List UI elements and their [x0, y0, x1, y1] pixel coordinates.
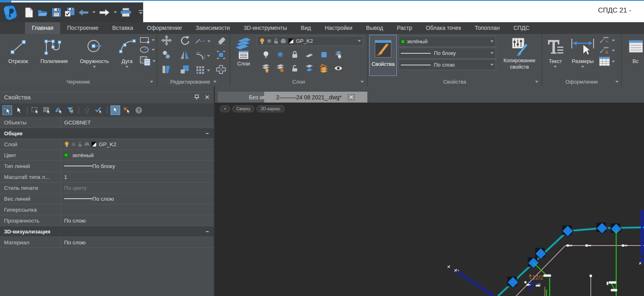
ellipse-button[interactable]: [140, 46, 156, 53]
ribbon-tab[interactable]: СПДС: [506, 22, 536, 34]
panel-layers-label[interactable]: Слои: [230, 78, 367, 85]
save-button[interactable]: [51, 6, 62, 19]
ribbon-tab[interactable]: Построение: [60, 22, 105, 34]
property-row-plotstyle[interactable]: Стиль печати По цвету: [0, 183, 214, 193]
layer-select[interactable]: GP_K2: [257, 36, 363, 46]
property-row-color[interactable]: Цвет зелёный: [0, 150, 214, 161]
move-up-button[interactable]: [82, 105, 92, 115]
select-add-button[interactable]: [2, 105, 12, 115]
layer-isolate-button[interactable]: [305, 52, 313, 59]
move-button[interactable]: [161, 35, 172, 47]
panel-annotation-label[interactable]: Оформление: [542, 78, 621, 85]
leader-text-button[interactable]: A: [599, 46, 620, 55]
select-button[interactable]: [14, 105, 24, 115]
ribbon-tab[interactable]: 3D-инструменты: [237, 22, 294, 34]
layer-current-button[interactable]: [321, 52, 327, 59]
green-lines[interactable]: [534, 229, 616, 296]
ribbon-tab[interactable]: Вставка: [105, 22, 140, 34]
viewport-control[interactable]: Сверху: [232, 105, 254, 112]
selection-filter-button[interactable]: [66, 105, 75, 115]
collapse-icon[interactable]: −: [206, 130, 209, 136]
select-window-button[interactable]: [31, 105, 40, 115]
fillet-button[interactable]: [196, 52, 210, 60]
layer-lock-button[interactable]: [292, 51, 298, 60]
arc-button[interactable]: Дуга: [115, 34, 139, 78]
offset-button[interactable]: [216, 50, 226, 61]
panel-properties-label[interactable]: Свойства: [368, 78, 542, 85]
ribbon-tab[interactable]: Вид: [294, 22, 318, 34]
section-general[interactable]: Общие −: [0, 128, 214, 139]
ribbon-tab[interactable]: Настройки: [318, 22, 359, 34]
ribbon-tab[interactable]: Топоплан: [468, 22, 506, 34]
drawing-canvas[interactable]: + Сверху 2D-каркас: [215, 103, 644, 296]
stretch-button[interactable]: [162, 65, 171, 76]
ribbon-tab[interactable]: Оформление: [140, 22, 189, 34]
hatch-button[interactable]: [140, 56, 156, 66]
layer-walk-button[interactable]: [334, 50, 343, 61]
gray-vertical-line[interactable]: [590, 275, 592, 296]
leader-plus-button[interactable]: +: [599, 36, 620, 44]
ribbon-tab[interactable]: Главная: [25, 22, 60, 34]
layer-order-button[interactable]: [305, 64, 313, 74]
lineweight-select[interactable]: По слою: [398, 59, 496, 70]
close-icon[interactable]: ✕: [347, 94, 355, 101]
app-logo-icon[interactable]: [2, 3, 19, 22]
erase-button[interactable]: [216, 36, 226, 46]
close-icon[interactable]: ✕: [204, 94, 210, 101]
layer-unlock-button[interactable]: [292, 65, 298, 73]
partial-big-button[interactable]: Вс: [623, 34, 644, 65]
layer-visibility-button[interactable]: [334, 65, 343, 73]
line-button[interactable]: Отрезок: [2, 34, 35, 78]
ribbon-tab[interactable]: Растр: [390, 22, 419, 34]
circle-button[interactable]: Окружность: [73, 34, 115, 78]
dimensions-button[interactable]: Размеры: [567, 34, 599, 78]
text-button[interactable]: Текст: [544, 34, 567, 78]
property-row-material[interactable]: Материал По слою: [0, 237, 214, 248]
layers-button[interactable]: Слои: [231, 34, 256, 67]
property-row-lineweight[interactable]: Вес линий По слою: [0, 193, 214, 204]
collapse-icon[interactable]: −: [206, 229, 209, 235]
blue-double-line[interactable]: [456, 271, 494, 296]
layer-thaw-all-button[interactable]: [276, 64, 285, 74]
panel-editing-label[interactable]: Редактирование: [157, 78, 229, 85]
deselect-button[interactable]: [122, 105, 132, 115]
layer-on-all-button[interactable]: [261, 64, 270, 74]
match-properties-button[interactable]: Копирование свойств: [498, 34, 541, 70]
properties-palette-toggle-button[interactable]: Свойства: [369, 35, 397, 76]
quick-select-button[interactable]: [54, 105, 64, 115]
highlight-select-button[interactable]: [110, 105, 120, 115]
document-tab-active[interactable]: 2———24 08 2021_.dwg* ✕: [264, 92, 367, 103]
redo-dropdown[interactable]: [113, 6, 118, 19]
table-button[interactable]: [599, 57, 620, 66]
lengthen-button[interactable]: [195, 38, 210, 45]
section-3d-visualization[interactable]: 3D-визуализация −: [0, 226, 214, 237]
polyline-button[interactable]: Полилиния: [35, 34, 73, 78]
property-row-ltscale[interactable]: Масштаб типа л... 1: [0, 172, 214, 183]
palette-titlebar[interactable]: Свойства ✕: [0, 92, 214, 102]
mirror-button[interactable]: [180, 50, 190, 61]
property-row-hyperlink[interactable]: Гиперссылка: [0, 204, 214, 215]
print-button[interactable]: [120, 6, 131, 19]
select-crossing-button[interactable]: [42, 105, 52, 115]
property-row-linetype[interactable]: Тип линий По блоку: [0, 161, 214, 172]
viewport-control[interactable]: +: [220, 105, 230, 112]
scale-button[interactable]: [180, 65, 190, 76]
open-file-button[interactable]: [37, 6, 48, 19]
property-row-transparency[interactable]: Прозрачность По слою: [0, 215, 214, 226]
block-markers[interactable]: [507, 223, 622, 288]
pipeline-polyline[interactable]: [498, 227, 644, 296]
panel-drawing-label[interactable]: Черчение: [0, 78, 156, 85]
layer-freeze-button[interactable]: [277, 51, 283, 59]
undo-button[interactable]: [78, 6, 89, 19]
color-select[interactable]: зелёный: [398, 36, 496, 47]
ribbon-tab[interactable]: Зависимости: [189, 22, 237, 34]
undo-dropdown[interactable]: [92, 6, 97, 19]
viewport-control[interactable]: 2D-каркас: [256, 105, 284, 112]
apply-button[interactable]: [94, 105, 104, 115]
copy-button[interactable]: [162, 50, 171, 61]
layer-prev-button[interactable]: [319, 64, 328, 74]
help-button[interactable]: ?: [134, 105, 144, 115]
property-row-layer[interactable]: Слой GP_K2: [0, 139, 214, 150]
rotate-button[interactable]: [179, 35, 190, 47]
ribbon-tab[interactable]: Облака точек: [419, 22, 468, 34]
